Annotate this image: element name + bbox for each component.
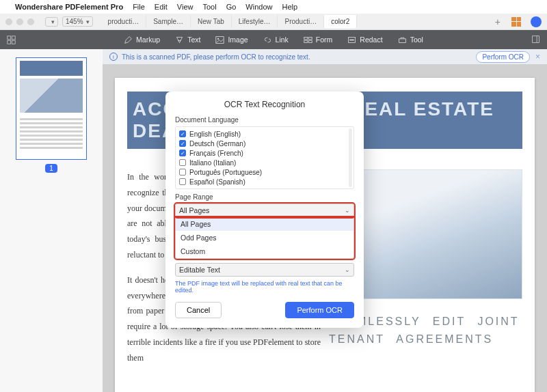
close-window-icon[interactable] [5,18,12,25]
main-toolbar: Markup Text Image Link Form Redact Tool [0,30,547,49]
lang-german[interactable]: ✓Deutsch (German) [179,139,350,148]
document-viewport[interactable]: ACCELERATE YOUR REAL ESTATE DEALS In the… [103,64,547,392]
info-icon: i [109,53,118,61]
pen-icon [124,36,133,44]
perform-ocr-pill[interactable]: Perform OCR [476,51,530,63]
page-range-select[interactable]: All Pages⌄ [175,204,354,217]
page-range-dropdown: All Pages Odd Pages Custom [175,217,354,259]
ocr-notice-bar: i This is a scanned PDF, please perform … [103,49,547,64]
markup-button[interactable]: Markup [124,36,160,44]
svg-rect-16 [533,36,539,42]
page-number-badge: 1 [45,164,57,173]
tab-4[interactable]: Producti… [278,15,324,28]
svg-rect-11 [304,40,308,42]
tab-2[interactable]: New Tab [191,15,232,28]
svg-rect-15 [399,38,405,42]
zoom-level[interactable]: 145% ▾ [62,16,93,27]
lang-portuguese[interactable]: Português (Portuguese) [179,167,350,177]
menu-edit[interactable]: Edit [155,3,168,11]
menu-help[interactable]: Help [282,3,297,11]
lang-italian[interactable]: Italiano (Italian) [179,158,350,167]
text-icon [175,36,184,44]
tab-5[interactable]: color2 [324,15,357,28]
svg-rect-14 [350,39,355,40]
app-body: 1 i This is a scanned PDF, please perfor… [0,49,547,392]
page-thumbnail-1[interactable] [16,57,87,160]
svg-rect-10 [308,37,312,39]
thumbnail-sidebar: 1 [0,49,103,392]
range-label: Page Range [175,193,354,201]
tool-button[interactable]: Tool [398,36,423,44]
tab-0[interactable]: producti… [101,15,147,28]
document-tabs: producti… Sample… New Tab Lifestyle… Pro… [101,15,484,28]
traffic-lights[interactable] [5,18,34,25]
svg-rect-4 [8,40,11,44]
image-button[interactable]: Image [215,36,248,44]
link-icon [263,36,272,44]
chevron-down-icon: ⌄ [345,207,350,214]
link-button[interactable]: Link [263,36,289,44]
zoom-window-icon[interactable] [27,18,34,25]
window-header: ▾ 145% ▾ producti… Sample… New Tab Lifes… [0,14,547,30]
range-option-all[interactable]: All Pages [176,217,353,231]
svg-rect-5 [12,40,15,44]
redact-icon [347,36,356,44]
range-option-custom[interactable]: Custom [176,244,353,258]
document-main: i This is a scanned PDF, please perform … [103,49,547,392]
language-label: Document Language [175,116,354,124]
form-button[interactable]: Form [304,36,333,44]
app-name[interactable]: Wondershare PDFelement Pro [15,3,123,11]
svg-rect-3 [12,36,15,39]
redact-button[interactable]: Redact [347,36,382,44]
output-select[interactable]: Editable Text⌄ [175,263,354,277]
svg-rect-12 [308,40,312,42]
lang-spanish[interactable]: Español (Spanish) [179,177,350,186]
range-option-odd[interactable]: Odd Pages [176,231,353,244]
menu-view[interactable]: View [177,3,194,11]
lang-english[interactable]: ✓English (English) [179,129,350,139]
menu-file[interactable]: File [133,3,145,11]
image-icon [215,36,224,44]
zoom-value: 145% [66,18,83,25]
dialog-title: OCR Text Recognition [175,100,354,109]
ocr-notice-text: This is a scanned PDF, please perform OC… [122,53,310,61]
svg-rect-9 [304,37,308,39]
tab-1[interactable]: Sample… [146,15,191,28]
text-button[interactable]: Text [175,36,200,44]
cancel-button[interactable]: Cancel [175,302,222,318]
lang-french[interactable]: ✓Français (French) [179,148,350,158]
language-scrollbar[interactable] [349,128,352,187]
toolbox-icon [398,36,407,44]
close-notice-icon[interactable]: × [535,52,540,61]
perform-ocr-button[interactable]: Perform OCR [285,302,354,318]
thumbnails-icon[interactable] [7,36,16,44]
apps-grid-icon[interactable] [511,17,521,27]
svg-rect-2 [8,36,11,39]
language-list[interactable]: ✓English (English) ✓Deutsch (German) ✓Fr… [175,126,354,189]
new-tab-button[interactable]: + [488,16,507,27]
svg-point-8 [217,38,219,39]
properties-icon[interactable] [531,35,540,45]
view-mode-button[interactable]: ▾ [45,17,58,27]
ocr-dialog: OCR Text Recognition Document Language ✓… [165,92,364,328]
form-icon [304,36,312,44]
output-note: The PDF image text will be replaced with… [175,280,354,294]
minimize-window-icon[interactable] [16,18,23,25]
menu-window[interactable]: Window [245,3,272,11]
menu-tool[interactable]: Tool [202,3,216,11]
chevron-down-icon: ⌄ [345,266,350,273]
tab-3[interactable]: Lifestyle… [232,15,278,28]
menu-go[interactable]: Go [226,3,237,11]
user-avatar[interactable] [531,16,542,27]
mac-menubar: Wondershare PDFelement Pro File Edit Vie… [0,0,547,14]
